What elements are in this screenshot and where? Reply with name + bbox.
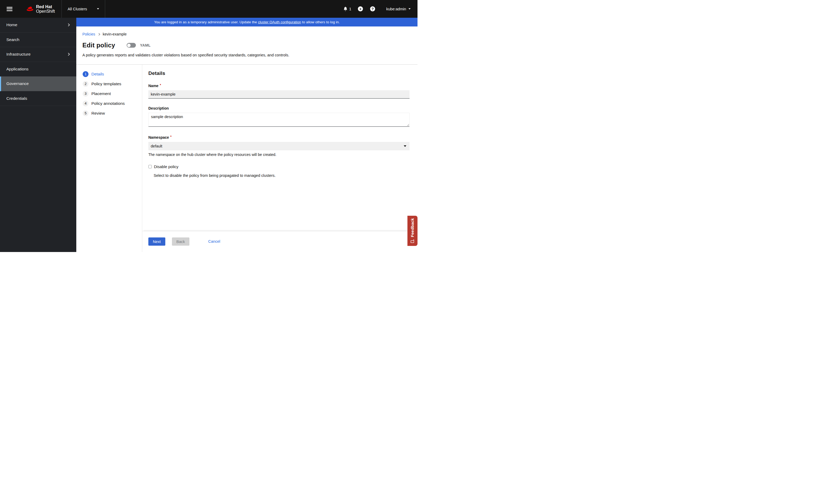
chevron-right-icon bbox=[67, 53, 70, 56]
step-number-circle: 5 bbox=[83, 110, 88, 116]
disable-policy-label: Disable policy bbox=[154, 164, 179, 169]
step-number-circle: 4 bbox=[83, 101, 88, 106]
step-label: Details bbox=[91, 72, 104, 77]
step-number-circle: 1 bbox=[83, 71, 88, 77]
wizard-footer: Next Back Cancel bbox=[142, 231, 418, 252]
brand-logo: Red Hat OpenShift bbox=[24, 4, 55, 14]
cancel-button[interactable]: Cancel bbox=[208, 237, 220, 246]
sidebar-item-label: Infrastructure bbox=[6, 52, 30, 57]
namespace-select[interactable]: default bbox=[148, 142, 410, 150]
step-label: Placement bbox=[91, 91, 111, 96]
wizard-step-policy-annotations[interactable]: 4 Policy annotations bbox=[83, 99, 142, 108]
feedback-tab[interactable]: Feedback bbox=[407, 216, 418, 246]
banner-text: You are logged in as a temporary adminis… bbox=[154, 20, 258, 24]
step-label: Policy annotations bbox=[91, 101, 125, 106]
redhat-fedora-icon bbox=[24, 5, 34, 13]
sidebar-item-home[interactable]: Home bbox=[0, 18, 76, 33]
sidebar-item-label: Governance bbox=[6, 81, 28, 86]
step-number-circle: 2 bbox=[83, 81, 88, 87]
sidebar-item-credentials[interactable]: Credentials bbox=[0, 91, 76, 106]
nav-toggle-hamburger-icon[interactable] bbox=[7, 7, 13, 11]
wizard-step-review[interactable]: 5 Review bbox=[83, 108, 142, 118]
notification-count-badge: 1 bbox=[349, 7, 351, 11]
brand-name-line1: Red Hat bbox=[36, 4, 55, 9]
wizard-step-placement[interactable]: 3 Placement bbox=[83, 89, 142, 99]
masthead: Red Hat OpenShift All Clusters 1 + ? kub… bbox=[0, 0, 418, 18]
cluster-selector-value: All Clusters bbox=[67, 7, 87, 11]
name-field-label: Name bbox=[148, 84, 158, 88]
page-header: Policies kevin-example Edit policy YAML … bbox=[76, 26, 418, 57]
namespace-field-label: Namespace bbox=[148, 135, 169, 140]
namespace-select-value: default bbox=[151, 144, 162, 148]
namespace-helper-text: The namespace on the hub cluster where t… bbox=[148, 152, 410, 157]
cluster-oauth-configuration-link[interactable]: cluster OAuth configuration bbox=[258, 20, 301, 24]
yaml-toggle-label: YAML bbox=[140, 43, 151, 47]
chevron-down-icon bbox=[404, 145, 406, 147]
sidebar-item-label: Applications bbox=[6, 67, 28, 71]
description-textarea[interactable]: sample description bbox=[148, 113, 410, 127]
app-launcher-grid-icon[interactable] bbox=[331, 7, 336, 11]
disable-policy-checkbox[interactable] bbox=[148, 165, 152, 168]
step-number-circle: 3 bbox=[83, 91, 88, 97]
chevron-right-icon bbox=[98, 33, 100, 36]
sidebar-item-label: Search bbox=[6, 37, 19, 42]
username: kube:admin bbox=[386, 7, 406, 11]
required-asterisk: * bbox=[170, 135, 172, 140]
page-title: Edit policy bbox=[82, 42, 115, 49]
sidebar-item-label: Home bbox=[6, 22, 17, 27]
user-menu[interactable]: kube:admin bbox=[386, 7, 411, 11]
sidebar-item-applications[interactable]: Applications bbox=[0, 62, 76, 77]
breadcrumb-policies-link[interactable]: Policies bbox=[82, 32, 95, 36]
breadcrumb-current: kevin-example bbox=[103, 32, 127, 36]
description-field-label: Description bbox=[148, 106, 169, 110]
page-description: A policy generates reports and validates… bbox=[82, 53, 411, 57]
help-question-circle-icon[interactable]: ? bbox=[370, 6, 375, 12]
chevron-down-icon bbox=[408, 8, 411, 9]
add-plus-circle-icon[interactable]: + bbox=[358, 6, 363, 12]
sidebar-nav: Home Search Infrastructure Applications … bbox=[0, 18, 76, 252]
app-window: Red Hat OpenShift All Clusters 1 + ? kub… bbox=[0, 0, 418, 252]
login-warning-banner: You are logged in as a temporary adminis… bbox=[76, 18, 418, 26]
step-label: Policy templates bbox=[91, 82, 121, 86]
back-button[interactable]: Back bbox=[172, 237, 189, 246]
next-button[interactable]: Next bbox=[148, 237, 165, 246]
sidebar-item-governance[interactable]: Governance bbox=[0, 77, 76, 91]
cluster-selector-dropdown[interactable]: All Clusters bbox=[62, 0, 105, 18]
sidebar-item-search[interactable]: Search bbox=[0, 33, 76, 47]
yaml-toggle[interactable] bbox=[127, 43, 136, 48]
wizard-step-details[interactable]: 1 Details bbox=[83, 69, 142, 79]
disable-policy-helper-text: Select to disable the policy from being … bbox=[154, 173, 410, 177]
details-form: Details Name * Description sample descri… bbox=[142, 65, 418, 231]
breadcrumb: Policies kevin-example bbox=[82, 32, 411, 36]
name-input[interactable] bbox=[148, 90, 410, 99]
toggle-knob bbox=[127, 44, 130, 47]
section-title: Details bbox=[148, 70, 410, 76]
chevron-right-icon bbox=[67, 24, 70, 26]
wizard-step-policy-templates[interactable]: 2 Policy templates bbox=[83, 79, 142, 89]
feedback-label: Feedback bbox=[410, 218, 415, 237]
step-label: Review bbox=[91, 111, 105, 116]
notifications-bell-icon[interactable] bbox=[343, 7, 348, 12]
chevron-down-icon bbox=[97, 8, 99, 9]
brand-name-line2: OpenShift bbox=[36, 9, 55, 14]
required-asterisk: * bbox=[160, 83, 161, 88]
sidebar-item-infrastructure[interactable]: Infrastructure bbox=[0, 47, 76, 62]
sidebar-item-label: Credentials bbox=[6, 96, 27, 101]
wizard-step-nav: 1 Details 2 Policy templates 3 Placement… bbox=[76, 65, 142, 252]
banner-text: to allow others to log in. bbox=[301, 20, 340, 24]
feedback-bubble-icon bbox=[411, 239, 414, 243]
